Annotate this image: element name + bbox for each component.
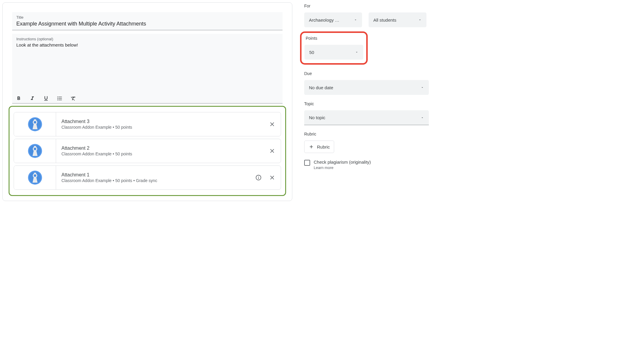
attachment-row[interactable]: Attachment 2 Classroom Addon Example • 5… <box>14 139 281 163</box>
attachment-body: Attachment 2 Classroom Addon Example • 5… <box>56 139 269 163</box>
attachment-row[interactable]: Attachment 1 Classroom Addon Example • 5… <box>14 165 281 190</box>
rubric-button[interactable]: Rubric <box>304 141 334 153</box>
attachment-icon <box>14 139 56 163</box>
attachment-body: Attachment 3 Classroom Addon Example • 5… <box>56 112 269 136</box>
close-icon[interactable] <box>269 121 275 127</box>
points-value: 50 <box>309 50 314 55</box>
close-icon[interactable] <box>269 148 275 154</box>
due-value: No due date <box>309 85 333 90</box>
assignment-card: Title Instructions (optional) Look at th… <box>2 2 292 201</box>
format-toolbar <box>12 93 283 103</box>
points-select[interactable]: 50 <box>304 45 363 60</box>
chevron-down-icon <box>355 50 359 54</box>
main-column: Title Instructions (optional) Look at th… <box>0 0 292 234</box>
attachment-body: Attachment 1 Classroom Addon Example • 5… <box>56 166 255 189</box>
chevron-down-icon <box>421 86 424 89</box>
for-label: For <box>304 4 447 8</box>
points-label: Points <box>306 36 363 41</box>
attachment-subtitle: Classroom Addon Example • 50 points • Gr… <box>61 178 255 183</box>
title-input[interactable] <box>16 20 278 29</box>
italic-icon[interactable] <box>29 95 36 102</box>
instructions-field[interactable]: Instructions (optional) Look at the atta… <box>12 34 283 93</box>
points-highlight: Points 50 <box>300 31 368 65</box>
underline-icon[interactable] <box>42 95 50 102</box>
plagiarism-checkbox[interactable] <box>304 160 310 166</box>
info-icon[interactable] <box>255 174 262 181</box>
title-label: Title <box>16 15 278 20</box>
due-label: Due <box>304 71 447 76</box>
learn-more-link[interactable]: Learn more <box>314 165 371 170</box>
clear-format-icon[interactable] <box>70 95 77 102</box>
chevron-down-icon <box>421 116 424 119</box>
chevron-down-icon <box>354 18 357 22</box>
attachment-icon <box>14 112 56 136</box>
attachment-title: Attachment 1 <box>61 172 255 178</box>
attachments-box: Attachment 3 Classroom Addon Example • 5… <box>9 106 286 196</box>
due-select[interactable]: No due date <box>304 80 429 95</box>
rubric-label: Rubric <box>304 132 447 136</box>
topic-select[interactable]: No topic <box>304 110 429 125</box>
attachment-row[interactable]: Attachment 3 Classroom Addon Example • 5… <box>14 112 281 136</box>
students-select[interactable]: All students <box>369 12 426 27</box>
topic-label: Topic <box>304 101 447 106</box>
attachment-subtitle: Classroom Addon Example • 50 points <box>61 125 269 130</box>
students-select-value: All students <box>373 17 396 23</box>
instructions-label: Instructions (optional) <box>16 37 278 41</box>
attachment-subtitle: Classroom Addon Example • 50 points <box>61 152 269 156</box>
sidebar: For Archaeology … All students Points 50… <box>292 0 447 234</box>
rubric-button-label: Rubric <box>317 144 330 149</box>
class-select[interactable]: Archaeology … <box>304 12 362 27</box>
bullet-list-icon[interactable] <box>56 95 63 102</box>
attachment-title: Attachment 3 <box>61 119 269 124</box>
bold-icon[interactable] <box>15 95 22 102</box>
class-select-value: Archaeology … <box>309 17 340 23</box>
close-icon[interactable] <box>269 174 275 181</box>
plagiarism-row: Check plagiarism (originality) Learn mor… <box>304 160 447 170</box>
attachment-title: Attachment 2 <box>61 146 269 151</box>
attachment-icon <box>14 166 56 189</box>
plus-icon <box>309 144 314 149</box>
topic-value: No topic <box>309 115 325 120</box>
title-field[interactable]: Title <box>12 12 283 30</box>
instructions-text[interactable]: Look at the attachments below! <box>16 42 278 48</box>
plagiarism-label: Check plagiarism (originality) <box>314 160 371 165</box>
chevron-down-icon <box>418 18 422 22</box>
